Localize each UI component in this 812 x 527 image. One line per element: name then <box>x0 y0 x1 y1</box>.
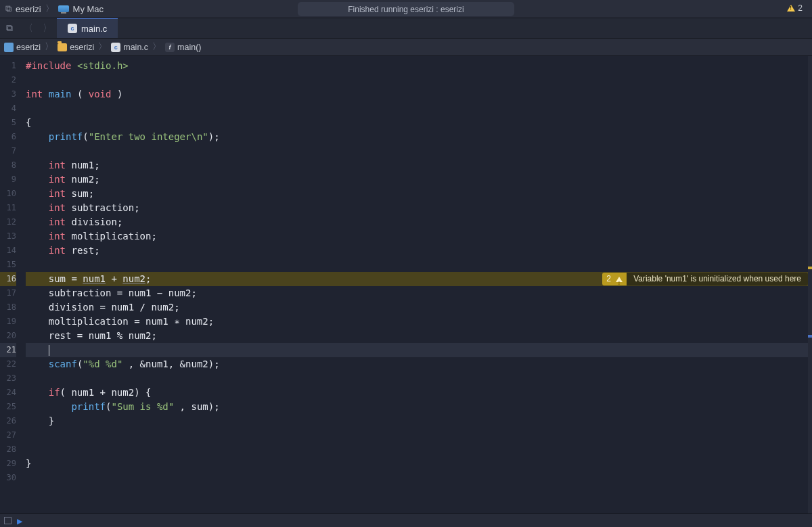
crumb-symbol[interactable]: main() <box>177 43 201 52</box>
line-number: 16 <box>0 272 16 286</box>
code-line[interactable]: sum = num1 + num2;2 Variable 'num1' is u… <box>26 272 812 286</box>
code-line[interactable]: division = num1 / num2; <box>26 300 812 315</box>
code-line[interactable] <box>26 258 812 272</box>
filter-toggle[interactable] <box>4 517 12 524</box>
line-number: 26 <box>0 414 16 428</box>
line-number: 19 <box>0 315 16 329</box>
line-number: 23 <box>0 371 16 386</box>
line-number: 3 <box>0 87 16 101</box>
code-line[interactable]: int num2; <box>26 173 812 187</box>
c-file-icon: c <box>111 43 120 52</box>
line-number: 29 <box>0 457 16 471</box>
code-line[interactable]: rest = num1 % num2; <box>26 329 812 343</box>
related-items-button[interactable]: ⧉ <box>0 18 19 38</box>
inline-warning-count: 2 <box>602 273 627 285</box>
code-line[interactable]: scanf("%d %d" , &num1, &num2); <box>26 357 812 371</box>
line-number: 4 <box>0 101 16 116</box>
tab-label: main.c <box>81 24 107 34</box>
scroll-strip[interactable] <box>808 56 812 513</box>
chevron-right-icon: 〉 <box>98 41 107 53</box>
line-number: 8 <box>0 158 16 173</box>
line-number: 28 <box>0 442 16 457</box>
code-line[interactable]: } <box>26 457 812 471</box>
warning-marker[interactable] <box>808 267 812 269</box>
code-line[interactable]: int subtraction; <box>26 201 812 215</box>
code-line[interactable]: int sum; <box>26 187 812 201</box>
line-number: 24 <box>0 386 16 400</box>
code-line[interactable] <box>26 371 812 386</box>
code-line[interactable]: int division; <box>26 215 812 229</box>
code-line[interactable]: moltiplication = num1 ∗ num2; <box>26 315 812 329</box>
crumb-project[interactable]: eserizi <box>16 43 41 52</box>
filter-icon[interactable]: ▶ <box>17 515 22 526</box>
line-number: 27 <box>0 428 16 442</box>
line-number: 18 <box>0 300 16 315</box>
nav-forward-button[interactable]: 〉 <box>38 18 57 38</box>
warning-icon <box>616 277 623 282</box>
code-line[interactable]: if( num1 + num2) { <box>26 386 812 400</box>
function-icon: f <box>165 43 175 52</box>
line-number: 22 <box>0 357 16 371</box>
mac-icon <box>58 5 69 12</box>
line-number: 21 <box>0 343 16 357</box>
terminal-icon: ⧉ <box>5 3 12 14</box>
code-line[interactable] <box>26 73 812 87</box>
chevron-right-icon: 〉 <box>152 41 161 53</box>
code-line[interactable]: { <box>26 116 812 130</box>
line-number: 9 <box>0 173 16 187</box>
inline-warning-message: Variable 'num1' is uninitialized when us… <box>627 273 808 285</box>
line-number: 5 <box>0 116 16 130</box>
line-number: 13 <box>0 229 16 244</box>
activity-status[interactable]: Finished running eserizi : eserizi <box>298 2 514 16</box>
cursor-marker <box>808 335 812 338</box>
code-line[interactable]: int moltiplication; <box>26 229 812 244</box>
tab-main-c[interactable]: c main.c <box>57 18 118 38</box>
code-line[interactable] <box>26 144 812 158</box>
line-number: 6 <box>0 130 16 144</box>
toolbar: ⧉ eserizi 〉 My Mac Finished running eser… <box>0 0 812 18</box>
line-number: 25 <box>0 400 16 414</box>
code-line[interactable]: } <box>26 414 812 428</box>
code-line[interactable] <box>26 442 812 457</box>
code-line[interactable]: printf("Sum is %d" , sum); <box>26 400 812 414</box>
code-line[interactable]: int num1; <box>26 158 812 173</box>
code-editor[interactable]: 1234567891011121314151617181920212223242… <box>0 56 812 513</box>
scheme-name: eserizi <box>16 4 41 14</box>
crumb-file[interactable]: main.c <box>123 43 148 52</box>
nav-back-button[interactable]: 〈 <box>19 18 38 38</box>
line-number: 10 <box>0 187 16 201</box>
code-line[interactable] <box>26 101 812 116</box>
line-number: 14 <box>0 244 16 258</box>
line-number: 20 <box>0 329 16 343</box>
line-number: 2 <box>0 73 16 87</box>
inline-warning[interactable]: 2 Variable 'num1' is uninitialized when … <box>602 273 808 285</box>
code-line[interactable] <box>26 471 812 485</box>
line-number: 30 <box>0 471 16 485</box>
line-number: 1 <box>0 59 16 73</box>
folder-icon <box>58 43 67 51</box>
code-line[interactable] <box>26 343 812 357</box>
code-line[interactable]: #include <stdio.h> <box>26 59 812 73</box>
chevron-right-icon: 〉 <box>45 41 53 53</box>
line-number: 11 <box>0 201 16 215</box>
line-number-gutter: 1234567891011121314151617181920212223242… <box>0 56 22 513</box>
warning-icon <box>787 5 795 12</box>
code-line[interactable]: int rest; <box>26 244 812 258</box>
scheme-selector[interactable]: ⧉ eserizi 〉 My Mac <box>5 3 104 15</box>
code-line[interactable]: printf("Enter two integer\n"); <box>26 130 812 144</box>
code-line[interactable]: subtraction = num1 − num2; <box>26 286 812 300</box>
code-line[interactable] <box>26 428 812 442</box>
status-text: Finished running eserizi : eserizi <box>348 5 464 14</box>
destination-name: My Mac <box>73 4 104 14</box>
crumb-folder[interactable]: eserizi <box>70 43 94 52</box>
breadcrumb: eserizi 〉 eserizi 〉 c main.c 〉 f main() <box>0 39 812 56</box>
line-number: 12 <box>0 215 16 229</box>
line-number: 17 <box>0 286 16 300</box>
chevron-right-icon: 〉 <box>45 3 54 15</box>
issues-badge[interactable]: 2 <box>787 3 803 13</box>
code-line[interactable]: int main ( void ) <box>26 87 812 101</box>
tab-bar: ⧉ 〈 〉 c main.c <box>0 18 812 39</box>
c-file-icon: c <box>68 24 77 33</box>
line-number: 15 <box>0 258 16 272</box>
code-area[interactable]: #include <stdio.h> int main ( void ) { p… <box>22 56 812 513</box>
